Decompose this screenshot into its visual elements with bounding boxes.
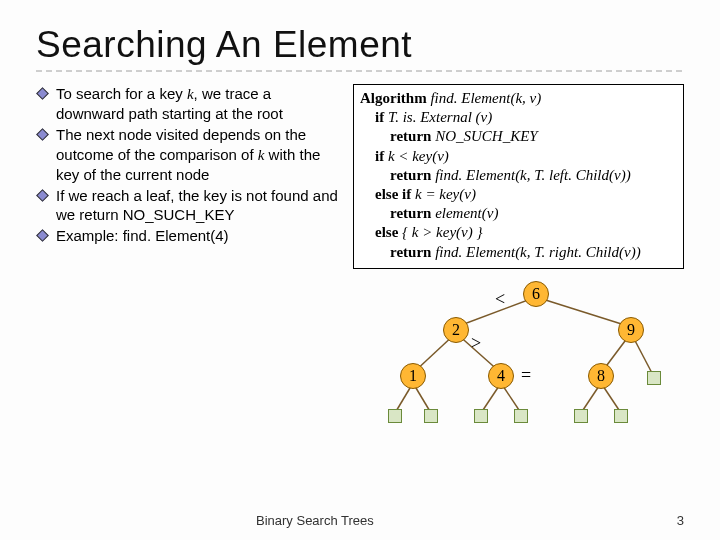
bullet-item: Example: find. Element(4) xyxy=(36,226,341,245)
bullet-item: The next node visited depends on the out… xyxy=(36,125,341,184)
bullet-mark xyxy=(36,226,56,245)
tree-node-6: 6 xyxy=(523,281,549,307)
tree-leaf xyxy=(647,371,661,385)
svg-line-1 xyxy=(536,297,631,327)
bst-diagram: 6 2 9 1 4 8 < > = xyxy=(353,275,663,435)
bullet-item: If we reach a leaf, the key is not found… xyxy=(36,186,341,224)
tree-leaf xyxy=(388,409,402,423)
page-number: 3 xyxy=(677,513,684,528)
tree-node-9: 9 xyxy=(618,317,644,343)
bullet-list: To search for a key k, we trace a downwa… xyxy=(36,84,341,435)
op-lt: < xyxy=(495,289,505,310)
tree-node-2: 2 xyxy=(443,317,469,343)
tree-node-1: 1 xyxy=(400,363,426,389)
op-eq: = xyxy=(521,365,531,386)
slide-title: Searching An Element xyxy=(36,24,684,66)
tree-node-8: 8 xyxy=(588,363,614,389)
slide-footer: Binary Search Trees 3 xyxy=(0,513,720,528)
tree-leaf xyxy=(424,409,438,423)
bullet-mark xyxy=(36,125,56,184)
op-gt: > xyxy=(471,333,481,354)
bullet-mark xyxy=(36,186,56,224)
tree-leaf xyxy=(614,409,628,423)
footer-title: Binary Search Trees xyxy=(256,513,374,528)
tree-node-4: 4 xyxy=(488,363,514,389)
tree-leaf xyxy=(474,409,488,423)
algorithm-box: Algorithm find. Element(k, v) if T. is. … xyxy=(353,84,684,269)
bullet-item: To search for a key k, we trace a downwa… xyxy=(36,84,341,123)
title-rule xyxy=(36,70,684,72)
bullet-mark xyxy=(36,84,56,123)
tree-leaf xyxy=(574,409,588,423)
tree-leaf xyxy=(514,409,528,423)
